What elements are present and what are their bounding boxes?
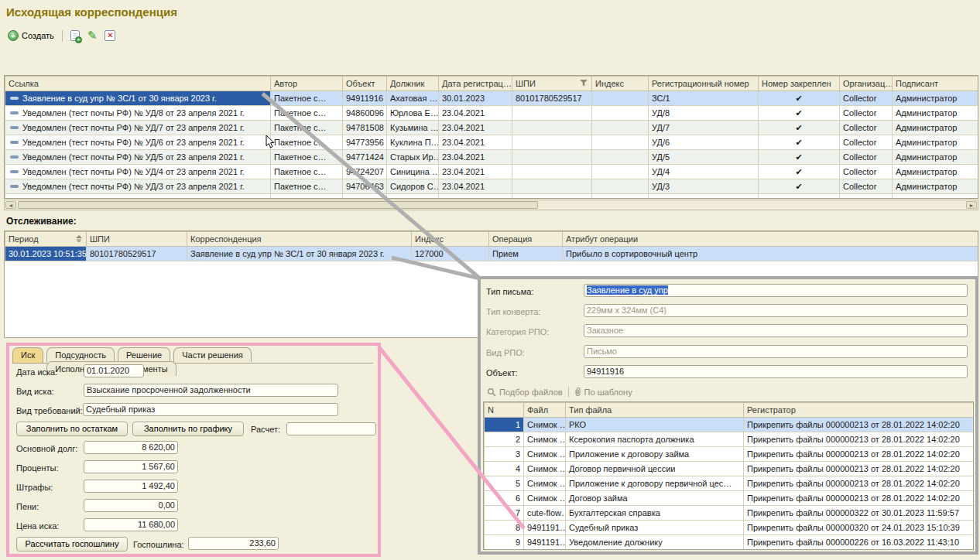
cell-file[interactable]: cute-flow… [524,506,566,521]
cell-signer[interactable]: Администратор [893,194,978,200]
cell-author[interactable]: Пакетное с… [271,121,343,135]
cell-index[interactable] [592,194,649,200]
cell-reg_date[interactable]: 23.04.2021 [439,165,512,179]
cell-ref[interactable]: Заявление в суд упр № ЗС/1 от 30 января … [5,91,271,106]
table-row[interactable]: 7cute-flow…Бухгалтерская справкаПрикрепи… [485,506,975,521]
table-row[interactable]: Заявление в суд упр № ЗС/1 от 30 января … [5,91,978,106]
cell-file[interactable]: Снимок … [524,462,566,476]
cell-signer[interactable]: Администратор [893,135,978,150]
cell-debtor[interactable]: Кузьмина … [387,121,439,135]
tab-active-иск[interactable]: Иск [12,347,43,363]
cell-reg_number[interactable]: УД/7 [649,121,759,135]
cell-signer[interactable]: Администратор [893,150,978,165]
table-row[interactable]: Уведомлен (тест почты РФ) № УД/3 от 23 а… [5,179,978,194]
cell-n[interactable]: 3 [485,447,524,462]
cell-registrar[interactable]: Прикрепить файлы 000000213 от 28.01.2022… [744,491,975,506]
table-row[interactable]: Уведомлен (тест почты РФ) № УД/7 от 23 а… [5,121,978,135]
cell-author[interactable]: Пакетное с… [271,91,343,106]
cell-reg_number[interactable]: УД/4 [649,165,759,179]
cell-file_type[interactable]: Договор займа [566,491,744,506]
claim-date-field[interactable]: 01.01.2020 [84,364,144,377]
cell-file[interactable]: Снимок … [524,432,566,447]
fines-field[interactable]: 1 492,40 [84,480,178,493]
table-row[interactable]: 1Снимок …РКОПрикрепить файлы 000000213 о… [485,418,975,432]
cell-signer[interactable]: Администратор [893,165,978,179]
cell-n[interactable]: 8 [485,521,524,535]
table-row[interactable]: Уведомлен (тест почты РФ) № УД/6 от 23 а… [5,135,978,150]
cell-org[interactable]: Collector [840,165,893,179]
cell-file_type[interactable]: Приложение к договору первичной цес… [566,476,744,491]
table-row[interactable]: Уведомлен (тест почты РФ) № УД/4 от 23 а… [5,165,978,179]
table-row[interactable]: Уведомлен (тест почты РФ) № УД/5 от 23 а… [5,150,978,165]
column-header-signer[interactable]: Подписант [893,77,978,91]
cell-reg_number[interactable]: УД/6 [649,135,759,150]
cell-debtor[interactable]: Куклина П… [387,135,439,150]
cell-file_type[interactable]: Договор первичной цессии [566,462,744,476]
fill-by-schedule-button[interactable]: Заполнить по графику [132,422,244,436]
table-row[interactable]: 89491191…Судебный приказПрикрепить файлы… [485,521,975,535]
cell-org[interactable]: Collector [840,194,893,200]
column-header-author[interactable]: Автор [271,77,343,91]
table-row[interactable]: 3Снимок …Приложение к договору займаПрик… [485,447,975,462]
cell-author[interactable]: Пакетное с… [271,165,343,179]
cell-reg_date[interactable]: 30.01.2023 [439,91,512,106]
cell-ref[interactable]: Уведомлен (тест почты РФ) № УД/8 от 23 а… [5,106,271,121]
cell-signer[interactable]: Администратор [893,121,978,135]
cell-index[interactable] [592,165,649,179]
cell-org[interactable]: Collector [840,135,893,150]
scroll-right-arrow-icon[interactable]: ► [966,201,977,209]
cell-index[interactable] [592,150,649,165]
scrollbar-thumb[interactable] [18,201,538,209]
column-header-n[interactable]: N [485,403,524,418]
cell-registrar[interactable]: Прикрепить файлы 000000213 от 28.01.2022… [744,462,975,476]
rpo-category-field[interactable]: Заказное [584,324,968,337]
cell-operation_attr[interactable]: Прибыло в сортировочный центр [563,247,978,261]
cell-file[interactable]: 9491191… [524,535,566,550]
cell-object[interactable]: 94860096 [343,106,387,121]
cell-reg_number[interactable]: УД/5 [649,150,759,165]
envelope-type-field[interactable]: 229мм x 324мм (C4) [584,304,968,317]
cell-shpi[interactable] [512,194,592,200]
cell-org[interactable]: Collector [840,150,893,165]
column-header-org[interactable]: Организац… [840,77,893,91]
calculation-field[interactable] [286,422,376,435]
cell-signer[interactable]: Администратор [893,91,978,106]
cell-n[interactable]: 7 [485,506,524,521]
cell-reg_number[interactable]: УД/2 [649,194,759,200]
cell-author[interactable]: Пакетное с… [271,150,343,165]
table-row[interactable]: 99491191…Уведомление должникуПрикрепить … [485,535,975,550]
column-header-registrar[interactable]: Регистратор [744,403,975,418]
cell-file[interactable]: Снимок … [524,418,566,432]
cell-object[interactable]: 94781508 [343,121,387,135]
letter-type-field[interactable]: Заявление в суд упр [584,284,968,297]
tab-решение[interactable]: Решение [118,347,170,362]
cell-number_fixed[interactable]: ✔ [759,121,840,135]
cell-number_fixed[interactable]: ✔ [759,150,840,165]
cell-ref[interactable]: Уведомлен (тест почты РФ) № УД/3 от 23 а… [5,179,271,194]
scroll-left-arrow-icon[interactable]: ◄ [5,201,16,209]
claim-price-field[interactable]: 11 680,00 [84,518,178,531]
cell-org[interactable]: Collector [840,179,893,194]
cell-number_fixed[interactable]: ✔ [759,91,840,106]
cell-reg_date[interactable]: 23.04.2021 [439,179,512,194]
cell-signer[interactable]: Администратор [893,179,978,194]
table-row[interactable]: 4Снимок …Договор первичной цессииПрикреп… [485,462,975,476]
cell-file_type[interactable]: Судебный приказ [566,521,744,535]
cell-number_fixed[interactable]: ✔ [759,194,840,200]
cell-shpi[interactable] [512,165,592,179]
cell-ref[interactable]: Уведомлен (тест почты РФ) № УД/6 от 23 а… [5,135,271,150]
pick-files-button[interactable]: Подбор файлов [485,388,564,397]
cell-shpi[interactable]: 80101780529517 [512,91,592,106]
cell-shpi[interactable] [512,121,592,135]
cell-object[interactable]: 94771424 [343,150,387,165]
column-header-object[interactable]: Объект [343,77,387,91]
cell-debtor[interactable]: Ахатовая … [387,91,439,106]
column-header-operation_attr[interactable]: Атрибут операции [563,232,978,247]
cell-debtor[interactable]: Юрлова Е… [387,106,439,121]
column-header-shpi[interactable]: ШПИ [87,232,187,247]
fill-by-balance-button[interactable]: Заполнить по остаткам [16,422,128,436]
cell-debtor[interactable]: Н… [387,194,439,200]
cell-index[interactable] [592,179,649,194]
cell-n[interactable]: 6 [485,491,524,506]
column-header-period[interactable]: Период [5,232,87,247]
